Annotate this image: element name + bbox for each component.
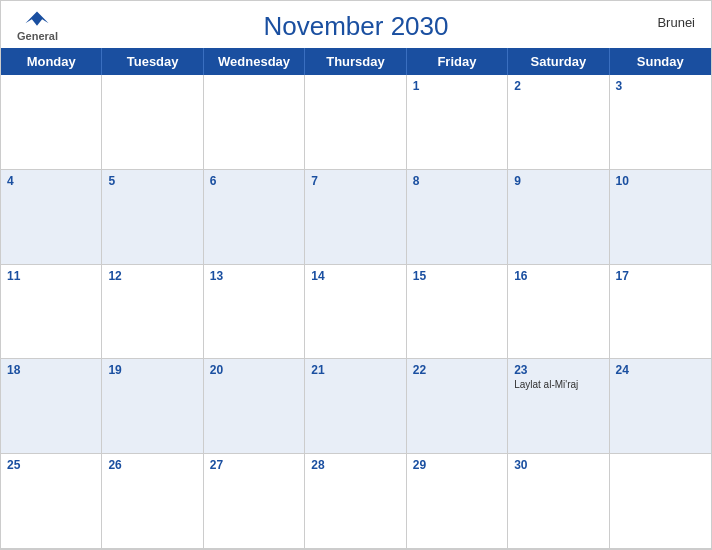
cal-cell: 15 — [407, 265, 508, 360]
cal-cell — [610, 454, 711, 549]
cal-cell: 19 — [102, 359, 203, 454]
cal-cell: 13 — [204, 265, 305, 360]
cal-cell: 18 — [1, 359, 102, 454]
day-header-sun: Sunday — [610, 48, 711, 75]
date-number: 9 — [514, 174, 602, 188]
cal-cell: 22 — [407, 359, 508, 454]
cal-cell: 27 — [204, 454, 305, 549]
date-number: 1 — [413, 79, 501, 93]
date-number: 15 — [413, 269, 501, 283]
day-header-tue: Tuesday — [102, 48, 203, 75]
date-number: 5 — [108, 174, 196, 188]
date-number: 18 — [7, 363, 95, 377]
cal-cell: 9 — [508, 170, 609, 265]
country-label: Brunei — [657, 15, 695, 30]
date-number: 30 — [514, 458, 602, 472]
date-number: 10 — [616, 174, 705, 188]
cal-cell: 14 — [305, 265, 406, 360]
cal-cell: 2 — [508, 75, 609, 170]
date-number: 23 — [514, 363, 602, 377]
cal-cell: 28 — [305, 454, 406, 549]
date-number: 12 — [108, 269, 196, 283]
calendar-grid: 1234567891011121314151617181920212223Lay… — [1, 75, 711, 549]
cal-cell: 25 — [1, 454, 102, 549]
date-number: 13 — [210, 269, 298, 283]
cal-cell — [1, 75, 102, 170]
cal-cell: 11 — [1, 265, 102, 360]
logo-text: General Blue — [17, 27, 58, 59]
cal-cell: 29 — [407, 454, 508, 549]
date-number: 19 — [108, 363, 196, 377]
day-header-sat: Saturday — [508, 48, 609, 75]
day-header-wed: Wednesday — [204, 48, 305, 75]
date-number: 8 — [413, 174, 501, 188]
day-header-thu: Thursday — [305, 48, 406, 75]
date-number: 17 — [616, 269, 705, 283]
cal-cell: 6 — [204, 170, 305, 265]
cal-cell: 20 — [204, 359, 305, 454]
calendar-title: November 2030 — [264, 11, 449, 42]
date-number: 22 — [413, 363, 501, 377]
svg-marker-0 — [26, 12, 49, 26]
cal-cell — [102, 75, 203, 170]
date-number: 28 — [311, 458, 399, 472]
cal-cell: 17 — [610, 265, 711, 360]
cal-cell: 3 — [610, 75, 711, 170]
logo-icon — [23, 9, 51, 27]
date-number: 20 — [210, 363, 298, 377]
cal-cell: 23Laylat al-Mi'raj — [508, 359, 609, 454]
date-number: 14 — [311, 269, 399, 283]
calendar-header: General Blue November 2030 Brunei — [1, 1, 711, 48]
cal-cell: 21 — [305, 359, 406, 454]
cal-cell: 30 — [508, 454, 609, 549]
date-number: 26 — [108, 458, 196, 472]
calendar-container: General Blue November 2030 Brunei Monday… — [0, 0, 712, 550]
date-number: 11 — [7, 269, 95, 283]
date-number: 4 — [7, 174, 95, 188]
date-number: 24 — [616, 363, 705, 377]
cal-cell: 7 — [305, 170, 406, 265]
cal-cell: 4 — [1, 170, 102, 265]
date-number: 6 — [210, 174, 298, 188]
cal-cell: 24 — [610, 359, 711, 454]
cal-cell: 1 — [407, 75, 508, 170]
event-label: Laylat al-Mi'raj — [514, 379, 602, 390]
date-number: 2 — [514, 79, 602, 93]
date-number: 29 — [413, 458, 501, 472]
logo: General Blue — [17, 9, 58, 59]
date-number: 25 — [7, 458, 95, 472]
cal-cell — [204, 75, 305, 170]
cal-cell: 26 — [102, 454, 203, 549]
date-number: 21 — [311, 363, 399, 377]
cal-cell: 12 — [102, 265, 203, 360]
date-number: 27 — [210, 458, 298, 472]
date-number: 7 — [311, 174, 399, 188]
cal-cell: 8 — [407, 170, 508, 265]
cal-cell: 16 — [508, 265, 609, 360]
cal-cell: 5 — [102, 170, 203, 265]
cal-cell — [305, 75, 406, 170]
cal-cell: 10 — [610, 170, 711, 265]
day-headers-row: Monday Tuesday Wednesday Thursday Friday… — [1, 48, 711, 75]
date-number: 16 — [514, 269, 602, 283]
day-header-fri: Friday — [407, 48, 508, 75]
date-number: 3 — [616, 79, 705, 93]
